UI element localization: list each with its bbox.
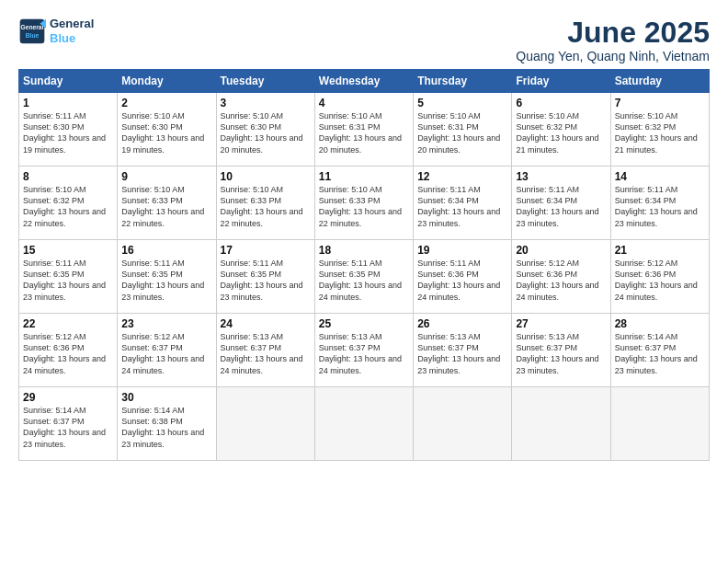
header-thursday: Thursday <box>414 70 512 93</box>
day-cell-16: 16 Sunrise: 5:11 AMSunset: 6:35 PMDaylig… <box>118 240 216 314</box>
calendar-week-row: 29 Sunrise: 5:14 AMSunset: 6:37 PMDaylig… <box>19 387 710 461</box>
title-block: June 2025 Quang Yen, Quang Ninh, Vietnam <box>516 17 710 63</box>
svg-text:General: General <box>21 24 44 30</box>
day-number: 1 <box>23 97 113 109</box>
day-info: Sunrise: 5:13 AMSunset: 6:37 PMDaylight:… <box>319 332 402 374</box>
day-cell-28: 28 Sunrise: 5:14 AMSunset: 6:37 PMDaylig… <box>610 314 709 387</box>
day-info: Sunrise: 5:11 AMSunset: 6:35 PMDaylight:… <box>319 259 402 301</box>
day-info: Sunrise: 5:10 AMSunset: 6:31 PMDaylight:… <box>319 111 402 154</box>
header-tuesday: Tuesday <box>216 70 314 93</box>
calendar-body: 1 Sunrise: 5:11 AMSunset: 6:30 PMDayligh… <box>19 93 710 461</box>
day-number: 25 <box>319 317 409 330</box>
day-info: Sunrise: 5:10 AMSunset: 6:32 PMDaylight:… <box>23 185 106 227</box>
day-info: Sunrise: 5:14 AMSunset: 6:37 PMDaylight:… <box>615 332 698 374</box>
day-info: Sunrise: 5:13 AMSunset: 6:37 PMDaylight:… <box>221 332 303 374</box>
day-number: 17 <box>221 244 311 257</box>
day-info: Sunrise: 5:11 AMSunset: 6:35 PMDaylight:… <box>23 259 106 301</box>
day-number: 20 <box>516 244 606 257</box>
empty-cell <box>610 387 709 461</box>
day-info: Sunrise: 5:13 AMSunset: 6:37 PMDaylight:… <box>516 332 598 374</box>
day-number: 14 <box>615 170 705 183</box>
day-number: 26 <box>417 317 507 330</box>
header-monday: Monday <box>118 70 216 93</box>
day-cell-4: 4 Sunrise: 5:10 AMSunset: 6:31 PMDayligh… <box>314 93 413 167</box>
day-number: 24 <box>221 317 311 330</box>
empty-cell <box>414 387 512 461</box>
day-info: Sunrise: 5:11 AMSunset: 6:30 PMDaylight:… <box>23 111 106 154</box>
calendar-page: General Blue General Blue June 2025 Quan… <box>0 0 728 563</box>
calendar-week-row: 22 Sunrise: 5:12 AMSunset: 6:36 PMDaylig… <box>19 314 710 387</box>
day-number: 11 <box>319 170 409 183</box>
day-number: 7 <box>615 97 705 109</box>
day-cell-10: 10 Sunrise: 5:10 AMSunset: 6:33 PMDaylig… <box>216 167 314 240</box>
day-cell-17: 17 Sunrise: 5:11 AMSunset: 6:35 PMDaylig… <box>216 240 314 314</box>
day-cell-23: 23 Sunrise: 5:12 AMSunset: 6:37 PMDaylig… <box>118 314 216 387</box>
day-cell-25: 25 Sunrise: 5:13 AMSunset: 6:37 PMDaylig… <box>314 314 413 387</box>
day-info: Sunrise: 5:10 AMSunset: 6:33 PMDaylight:… <box>121 185 204 227</box>
day-number: 27 <box>516 317 606 330</box>
day-info: Sunrise: 5:12 AMSunset: 6:36 PMDaylight:… <box>23 332 106 374</box>
logo-text-line2: Blue <box>50 31 94 46</box>
day-number: 12 <box>417 170 507 183</box>
day-number: 18 <box>319 244 409 257</box>
empty-cell <box>512 387 610 461</box>
calendar-title: June 2025 <box>516 17 710 49</box>
day-cell-20: 20 Sunrise: 5:12 AMSunset: 6:36 PMDaylig… <box>512 240 610 314</box>
day-cell-22: 22 Sunrise: 5:12 AMSunset: 6:36 PMDaylig… <box>19 314 118 387</box>
day-number: 10 <box>221 170 311 183</box>
day-info: Sunrise: 5:10 AMSunset: 6:32 PMDaylight:… <box>615 111 698 154</box>
day-cell-15: 15 Sunrise: 5:11 AMSunset: 6:35 PMDaylig… <box>19 240 118 314</box>
day-info: Sunrise: 5:13 AMSunset: 6:37 PMDaylight:… <box>417 332 500 374</box>
day-number: 5 <box>417 97 507 109</box>
empty-cell <box>314 387 413 461</box>
day-cell-8: 8 Sunrise: 5:10 AMSunset: 6:32 PMDayligh… <box>19 167 118 240</box>
day-number: 9 <box>121 170 211 183</box>
day-info: Sunrise: 5:11 AMSunset: 6:36 PMDaylight:… <box>417 259 500 301</box>
day-cell-2: 2 Sunrise: 5:10 AMSunset: 6:30 PMDayligh… <box>118 93 216 167</box>
day-cell-13: 13 Sunrise: 5:11 AMSunset: 6:34 PMDaylig… <box>512 167 610 240</box>
day-number: 29 <box>23 391 113 404</box>
day-number: 13 <box>516 170 606 183</box>
calendar-week-row: 1 Sunrise: 5:11 AMSunset: 6:30 PMDayligh… <box>19 93 710 167</box>
calendar-table: Sunday Monday Tuesday Wednesday Thursday… <box>18 69 710 461</box>
day-info: Sunrise: 5:10 AMSunset: 6:31 PMDaylight:… <box>417 111 500 154</box>
day-cell-14: 14 Sunrise: 5:11 AMSunset: 6:34 PMDaylig… <box>610 167 709 240</box>
day-number: 8 <box>23 170 113 183</box>
empty-cell <box>216 387 314 461</box>
day-info: Sunrise: 5:10 AMSunset: 6:32 PMDaylight:… <box>516 111 598 154</box>
day-number: 2 <box>121 97 211 109</box>
day-cell-30: 30 Sunrise: 5:14 AMSunset: 6:38 PMDaylig… <box>118 387 216 461</box>
day-cell-6: 6 Sunrise: 5:10 AMSunset: 6:32 PMDayligh… <box>512 93 610 167</box>
day-info: Sunrise: 5:10 AMSunset: 6:30 PMDaylight:… <box>221 111 303 154</box>
day-info: Sunrise: 5:11 AMSunset: 6:34 PMDaylight:… <box>417 185 500 227</box>
day-number: 3 <box>221 97 311 109</box>
day-info: Sunrise: 5:11 AMSunset: 6:34 PMDaylight:… <box>615 185 698 227</box>
day-cell-21: 21 Sunrise: 5:12 AMSunset: 6:36 PMDaylig… <box>610 240 709 314</box>
day-cell-12: 12 Sunrise: 5:11 AMSunset: 6:34 PMDaylig… <box>414 167 512 240</box>
day-number: 21 <box>615 244 705 257</box>
header: General Blue General Blue June 2025 Quan… <box>18 17 710 63</box>
day-info: Sunrise: 5:11 AMSunset: 6:35 PMDaylight:… <box>121 259 204 301</box>
day-info: Sunrise: 5:14 AMSunset: 6:37 PMDaylight:… <box>23 406 106 448</box>
day-cell-19: 19 Sunrise: 5:11 AMSunset: 6:36 PMDaylig… <box>414 240 512 314</box>
header-wednesday: Wednesday <box>314 70 413 93</box>
day-number: 30 <box>121 391 211 404</box>
day-cell-11: 11 Sunrise: 5:10 AMSunset: 6:33 PMDaylig… <box>314 167 413 240</box>
day-cell-26: 26 Sunrise: 5:13 AMSunset: 6:37 PMDaylig… <box>414 314 512 387</box>
logo-icon: General Blue <box>18 17 46 45</box>
calendar-subtitle: Quang Yen, Quang Ninh, Vietnam <box>516 49 710 63</box>
header-saturday: Saturday <box>610 70 709 93</box>
day-number: 23 <box>121 317 211 330</box>
header-sunday: Sunday <box>19 70 118 93</box>
day-info: Sunrise: 5:10 AMSunset: 6:33 PMDaylight:… <box>319 185 402 227</box>
calendar-week-row: 15 Sunrise: 5:11 AMSunset: 6:35 PMDaylig… <box>19 240 710 314</box>
day-info: Sunrise: 5:10 AMSunset: 6:33 PMDaylight:… <box>221 185 303 227</box>
day-info: Sunrise: 5:12 AMSunset: 6:36 PMDaylight:… <box>516 259 598 301</box>
day-number: 28 <box>615 317 705 330</box>
day-cell-18: 18 Sunrise: 5:11 AMSunset: 6:35 PMDaylig… <box>314 240 413 314</box>
day-info: Sunrise: 5:12 AMSunset: 6:36 PMDaylight:… <box>615 259 698 301</box>
svg-text:Blue: Blue <box>26 31 40 38</box>
day-info: Sunrise: 5:14 AMSunset: 6:38 PMDaylight:… <box>121 406 204 448</box>
header-friday: Friday <box>512 70 610 93</box>
calendar-week-row: 8 Sunrise: 5:10 AMSunset: 6:32 PMDayligh… <box>19 167 710 240</box>
